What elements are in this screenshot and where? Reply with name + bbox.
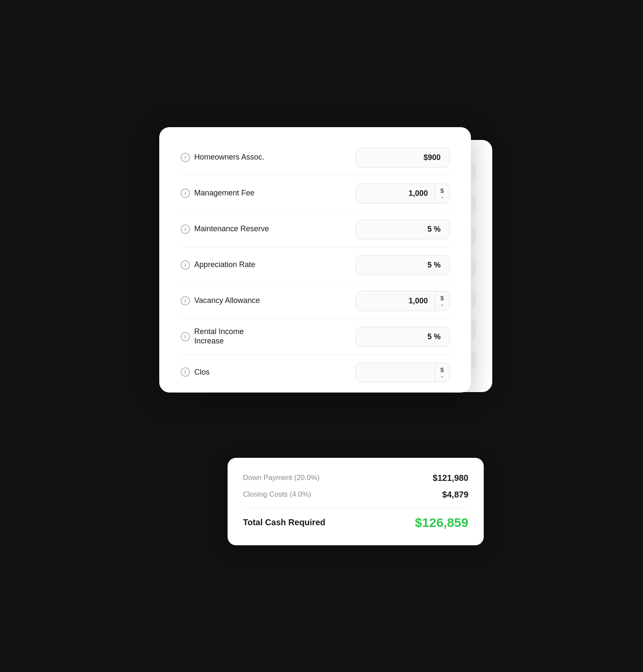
label-group-closing: i Clos — [181, 367, 210, 377]
summary-total-label: Total Cash Required — [243, 518, 325, 527]
row-vacancy-allowance: i Vacancy Allowance 1,000 $ ⌄ — [181, 283, 450, 319]
dollar-sign-icon-vacancy: $ — [440, 295, 444, 301]
input-rental[interactable]: 5 % — [356, 327, 450, 347]
summary-row-total: Total Cash Required $126,859 — [243, 512, 468, 533]
label-maintenance: Maintenance Reserve — [194, 224, 269, 234]
label-vacancy: Vacancy Allowance — [194, 296, 260, 305]
label-closing: Clos — [194, 367, 210, 377]
info-icon-management[interactable]: i — [181, 189, 190, 198]
summary-popup: Down Payment (20.0%) $121,980 Closing Co… — [228, 458, 484, 545]
input-maintenance[interactable]: 5 % — [356, 219, 450, 239]
label-appreciation: Appreciation Rate — [194, 260, 255, 270]
row-management-fee: i Management Fee 1,000 $ ⌄ — [181, 176, 450, 212]
info-icon-appreciation[interactable]: i — [181, 260, 190, 270]
dollar-sign-icon: $ — [440, 187, 444, 194]
summary-row-down-payment: Down Payment (20.0%) $121,980 — [243, 470, 468, 486]
row-rental-income: i Rental IncomeIncrease 5 % — [181, 319, 450, 355]
label-homeowners: Homeowners Assoc. — [194, 152, 264, 162]
label-group-rental: i Rental IncomeIncrease — [181, 327, 244, 346]
chevron-down-icon-vacancy: ⌄ — [440, 302, 444, 307]
row-maintenance-reserve: i Maintenance Reserve 5 % — [181, 212, 450, 247]
label-group-appreciation: i Appreciation Rate — [181, 260, 255, 270]
chevron-down-icon-closing: ⌄ — [440, 374, 444, 378]
input-management-unit: $ ⌄ — [435, 184, 449, 203]
input-vacancy-unit: $ ⌄ — [435, 291, 449, 311]
row-closing: i Clos $ ⌄ — [181, 355, 450, 393]
summary-total-value: $126,859 — [415, 515, 468, 530]
label-group-maintenance: i Maintenance Reserve — [181, 224, 269, 234]
info-icon-homeowners[interactable]: i — [181, 153, 190, 162]
input-appreciation[interactable]: 5 % — [356, 255, 450, 275]
label-group-vacancy: i Vacancy Allowance — [181, 296, 260, 305]
input-closing-unit: $ ⌄ — [435, 363, 449, 382]
info-icon-rental[interactable]: i — [181, 332, 190, 341]
scene: 5 % 5 % 1,000 $ ⌄ 5 % 5 % ⌄ — [159, 127, 484, 545]
row-appreciation-rate: i Appreciation Rate 5 % — [181, 247, 450, 283]
summary-closing-costs-label: Closing Costs (4.0%) — [243, 490, 311, 499]
info-icon-vacancy[interactable]: i — [181, 296, 190, 305]
input-management-value: 1,000 — [356, 184, 435, 203]
summary-closing-costs-value: $4,879 — [442, 490, 468, 500]
label-group-management: i Management Fee — [181, 188, 254, 198]
info-icon-closing[interactable]: i — [181, 367, 190, 377]
label-group-homeowners: i Homeowners Assoc. — [181, 152, 264, 162]
chevron-down-icon-mgmt: ⌄ — [440, 195, 444, 199]
label-management: Management Fee — [194, 188, 254, 198]
info-icon-maintenance[interactable]: i — [181, 224, 190, 234]
summary-divider — [243, 507, 468, 508]
input-homeowners[interactable]: $900 — [356, 148, 450, 168]
input-closing[interactable]: $ ⌄ — [356, 363, 450, 382]
summary-down-payment-value: $121,980 — [433, 473, 468, 483]
input-management[interactable]: 1,000 $ ⌄ — [356, 183, 450, 204]
input-vacancy-value: 1,000 — [356, 291, 435, 311]
dollar-sign-icon-closing: $ — [440, 367, 444, 373]
input-vacancy[interactable]: 1,000 $ ⌄ — [356, 291, 450, 311]
summary-down-payment-label: Down Payment (20.0%) — [243, 474, 320, 482]
label-rental: Rental IncomeIncrease — [194, 327, 244, 346]
input-closing-value — [356, 363, 435, 382]
summary-row-closing-costs: Closing Costs (4.0%) $4,879 — [243, 486, 468, 503]
row-homeowners-assoc: i Homeowners Assoc. $900 — [181, 140, 450, 176]
card-front: i Homeowners Assoc. $900 i Management Fe… — [159, 127, 471, 393]
